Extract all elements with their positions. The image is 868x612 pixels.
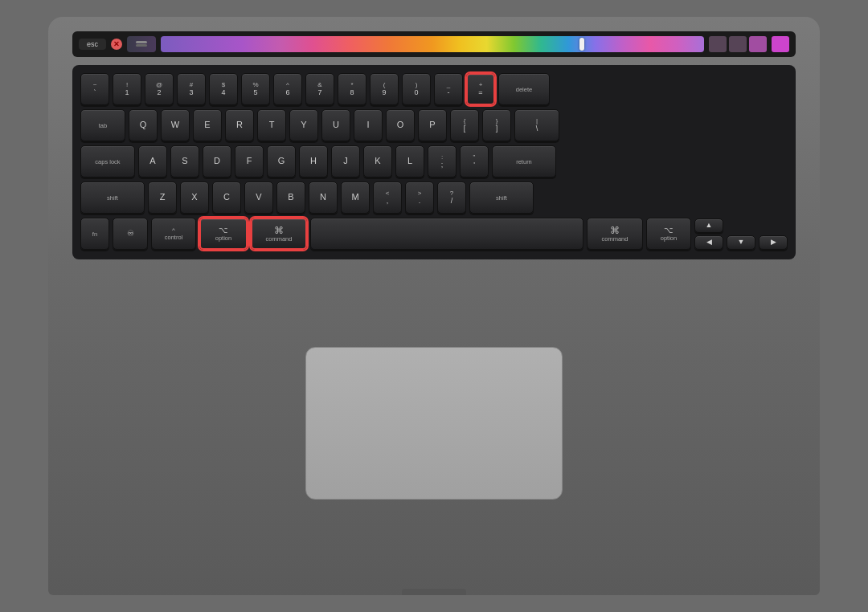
key-arrow-down[interactable]: ▼ [727, 235, 755, 250]
key-comma[interactable]: <, [373, 182, 402, 214]
key-backslash[interactable]: |\ [514, 109, 559, 141]
key-capslock[interactable]: caps lock [80, 145, 135, 177]
key-7[interactable]: &7 [305, 73, 334, 105]
key-v[interactable]: V [244, 182, 273, 214]
key-3[interactable]: #3 [177, 73, 206, 105]
key-5[interactable]: %5 [241, 73, 270, 105]
key-d[interactable]: D [203, 145, 231, 177]
key-o[interactable]: O [386, 109, 415, 141]
key-arrow-left[interactable]: ◀ [694, 235, 723, 250]
key-return[interactable]: return [492, 145, 556, 177]
key-space[interactable] [310, 218, 583, 250]
key-arrow-up[interactable]: ▲ [694, 218, 723, 233]
bottom-row: fn ♾ ^ control ⌥ option ⌘ command ⌘ c [80, 218, 788, 250]
key-minus[interactable]: _- [434, 73, 463, 105]
key-m[interactable]: M [341, 182, 370, 214]
laptop-body: esc ✕ ~` !1 @2 #3 [48, 17, 820, 595]
key-k[interactable]: K [363, 145, 392, 177]
key-l[interactable]: L [395, 145, 424, 177]
tb-esc-key[interactable]: esc [79, 39, 106, 50]
key-n[interactable]: N [309, 182, 338, 214]
key-b[interactable]: B [276, 182, 305, 214]
qwerty-row: tab Q W E R T Y U I O P {[ }] |\ [80, 109, 788, 141]
key-x[interactable]: X [180, 182, 209, 214]
key-rbracket[interactable]: }] [482, 109, 511, 141]
tb-sq-1 [709, 36, 727, 52]
key-s[interactable]: S [170, 145, 199, 177]
tb-sq-3 [749, 36, 767, 52]
key-i[interactable]: I [354, 109, 383, 141]
tb-control-icon [127, 36, 156, 52]
keyboard: ~` !1 @2 #3 $4 %5 ^6 &7 [72, 65, 796, 259]
key-h[interactable]: H [299, 145, 328, 177]
tb-close-button[interactable]: ✕ [111, 39, 122, 50]
tb-brightness [772, 36, 789, 52]
key-f[interactable]: F [235, 145, 264, 177]
key-shift-right[interactable]: shift [469, 182, 534, 214]
tb-squares [709, 36, 767, 52]
key-u[interactable]: U [321, 109, 350, 141]
number-row: ~` !1 @2 #3 $4 %5 ^6 &7 [80, 73, 788, 105]
key-p[interactable]: P [418, 109, 447, 141]
key-2[interactable]: @2 [145, 73, 174, 105]
key-shift-left[interactable]: shift [80, 182, 145, 214]
key-t[interactable]: T [257, 109, 286, 141]
key-y[interactable]: Y [289, 109, 318, 141]
key-z[interactable]: Z [148, 182, 177, 214]
tb-gradient-bar[interactable] [161, 36, 704, 52]
key-4[interactable]: $4 [209, 73, 238, 105]
asdf-row: caps lock A S D F G H J K L :; "' return [80, 145, 788, 177]
key-a[interactable]: A [138, 145, 167, 177]
key-control[interactable]: ^ control [151, 218, 196, 250]
key-tab[interactable]: tab [80, 109, 125, 141]
key-0[interactable]: )0 [402, 73, 431, 105]
tb-sq-2 [729, 36, 747, 52]
key-1[interactable]: !1 [113, 73, 141, 105]
key-plus-equals[interactable]: += [466, 73, 495, 105]
tb-thumb [579, 38, 584, 51]
key-slash[interactable]: ?/ [437, 182, 466, 214]
zxcv-row: shift Z X C V B N M <, >. ?/ shift [80, 182, 788, 214]
key-r[interactable]: R [225, 109, 254, 141]
key-option-right[interactable]: ⌥ option [646, 218, 691, 250]
trackpad-area [305, 259, 563, 579]
key-q[interactable]: Q [129, 109, 158, 141]
key-period[interactable]: >. [405, 182, 434, 214]
key-fn[interactable]: fn [80, 218, 109, 250]
esc-label: esc [87, 40, 98, 48]
key-lbracket[interactable]: {[ [450, 109, 479, 141]
key-9[interactable]: (9 [370, 73, 399, 105]
key-command-left[interactable]: ⌘ command [251, 218, 307, 250]
key-c[interactable]: C [212, 182, 241, 214]
key-6[interactable]: ^6 [273, 73, 302, 105]
touch-bar: esc ✕ [72, 31, 796, 57]
key-arrow-right[interactable]: ▶ [759, 235, 788, 250]
key-g[interactable]: G [267, 145, 296, 177]
key-8[interactable]: *8 [338, 73, 366, 105]
key-tilde[interactable]: ~` [80, 73, 109, 105]
bottom-notch [402, 589, 466, 595]
key-j[interactable]: J [331, 145, 360, 177]
key-semicolon[interactable]: :; [428, 145, 457, 177]
trackpad[interactable] [305, 347, 563, 500]
key-option-left[interactable]: ⌥ option [199, 218, 248, 250]
key-command-right[interactable]: ⌘ command [587, 218, 643, 250]
key-delete[interactable]: delete [498, 73, 550, 105]
key-globe[interactable]: ♾ [113, 218, 148, 250]
key-quote[interactable]: "' [460, 145, 489, 177]
key-e[interactable]: E [193, 109, 222, 141]
key-w[interactable]: W [161, 109, 190, 141]
